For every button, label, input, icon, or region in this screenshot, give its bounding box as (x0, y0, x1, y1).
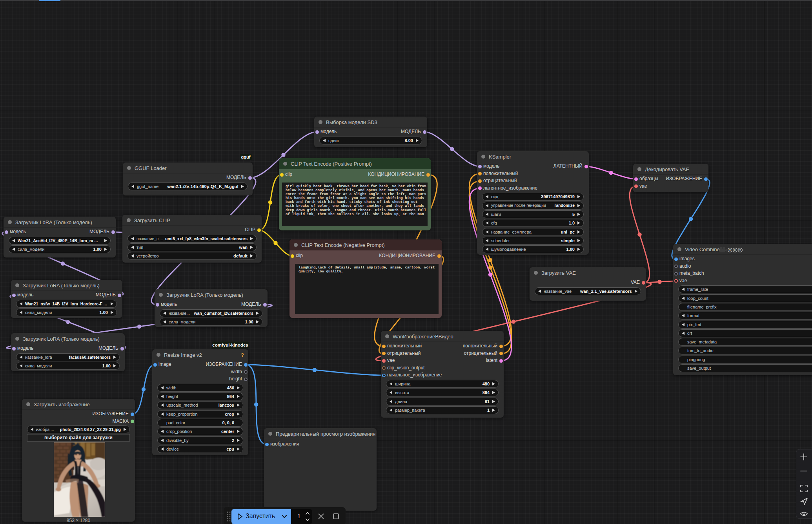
svg-text:H: H (734, 248, 736, 252)
svg-text:V: V (729, 248, 731, 252)
svg-text:S: S (739, 248, 741, 252)
